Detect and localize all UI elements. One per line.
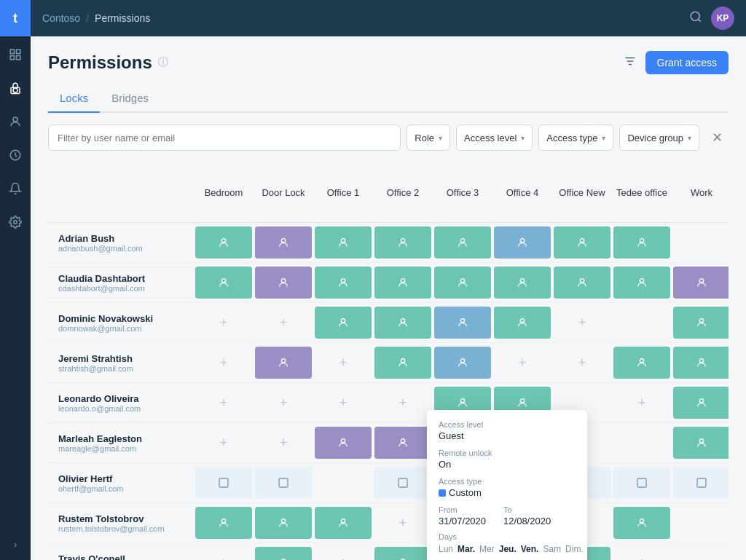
- access-type-dropdown[interactable]: Access type ▾: [538, 125, 613, 151]
- permission-cell[interactable]: [313, 223, 373, 263]
- permission-cell[interactable]: [194, 263, 254, 303]
- permission-cell[interactable]: [492, 263, 552, 303]
- permission-cell[interactable]: +: [254, 303, 313, 343]
- permission-cell[interactable]: +: [194, 423, 254, 463]
- permission-cell[interactable]: [254, 463, 313, 503]
- permission-cell[interactable]: [433, 343, 492, 383]
- sidebar-item-activity[interactable]: [0, 140, 31, 170]
- permission-cell[interactable]: [313, 463, 373, 503]
- permission-cell[interactable]: +: [254, 423, 313, 463]
- permission-cell[interactable]: [672, 343, 729, 383]
- permission-cell[interactable]: [672, 423, 729, 463]
- permission-cell[interactable]: [612, 303, 672, 343]
- permission-cell[interactable]: [433, 263, 492, 303]
- permission-cell[interactable]: [373, 303, 433, 343]
- sidebar-item-home[interactable]: [0, 39, 31, 70]
- permission-cell[interactable]: [313, 423, 373, 463]
- access-level-dropdown[interactable]: Access level ▾: [456, 125, 533, 151]
- permission-cell[interactable]: [612, 503, 672, 543]
- user-avatar[interactable]: KP: [711, 7, 734, 30]
- permission-cell[interactable]: +: [313, 383, 373, 423]
- permission-cell[interactable]: [313, 263, 373, 303]
- company-name: Contoso: [42, 12, 80, 24]
- permission-cell[interactable]: [672, 503, 729, 543]
- permission-cell[interactable]: [254, 343, 313, 383]
- permission-cell[interactable]: [373, 343, 433, 383]
- permission-cell[interactable]: [492, 223, 552, 263]
- sidebar-expand-btn[interactable]: ›: [0, 529, 31, 560]
- permission-cell[interactable]: +: [194, 383, 254, 423]
- filter-icon[interactable]: [624, 55, 637, 71]
- tab-locks[interactable]: Locks: [48, 86, 100, 113]
- grant-access-button[interactable]: Grant access: [645, 51, 729, 74]
- permission-cell[interactable]: +: [552, 343, 612, 383]
- permission-cell[interactable]: +: [194, 543, 254, 561]
- permission-cell[interactable]: [552, 263, 612, 303]
- permission-cell[interactable]: +: [373, 383, 433, 423]
- permission-cell[interactable]: [194, 223, 254, 263]
- permission-cell[interactable]: +: [194, 343, 254, 383]
- svg-point-30: [520, 319, 524, 323]
- topnav-right: KP: [689, 7, 734, 30]
- permission-cell[interactable]: [313, 503, 373, 543]
- tooltip-to-label: To: [503, 505, 551, 514]
- permission-cell[interactable]: +: [492, 343, 552, 383]
- user-email: ohertf@gmail.com: [58, 484, 184, 493]
- permission-cell[interactable]: [254, 263, 313, 303]
- permission-cell[interactable]: +: [254, 383, 313, 423]
- permission-cell[interactable]: [612, 223, 672, 263]
- device-group-dropdown[interactable]: Device group ▾: [619, 125, 699, 151]
- permission-cell[interactable]: [672, 383, 729, 423]
- permission-cell[interactable]: [433, 303, 492, 343]
- permission-cell[interactable]: [552, 223, 612, 263]
- sidebar-item-users[interactable]: [0, 106, 31, 137]
- page-content: Permissions ⓘ Grant access Locks Bridges…: [31, 36, 746, 560]
- permission-cell[interactable]: [194, 503, 254, 543]
- permission-cell[interactable]: +: [552, 303, 612, 343]
- permission-cell[interactable]: [254, 543, 313, 561]
- svg-point-12: [341, 239, 345, 242]
- permission-cell[interactable]: [373, 223, 433, 263]
- permission-cell[interactable]: [194, 463, 254, 503]
- permission-cell[interactable]: [313, 303, 373, 343]
- permission-cell[interactable]: +: [612, 383, 672, 423]
- close-filters-button[interactable]: ✕: [705, 126, 729, 149]
- tooltip-access-level-value: Guest: [439, 430, 576, 441]
- permission-cell[interactable]: +: [194, 303, 254, 343]
- svg-point-51: [341, 519, 345, 523]
- permission-cell[interactable]: +: [313, 343, 373, 383]
- svg-point-11: [281, 239, 285, 242]
- permission-cell[interactable]: [492, 303, 552, 343]
- permission-cell[interactable]: [254, 503, 313, 543]
- permission-cell[interactable]: [433, 223, 492, 263]
- day-label: Mer: [479, 544, 495, 554]
- permission-cell[interactable]: [672, 263, 729, 303]
- sidebar-item-notifications[interactable]: [0, 173, 31, 204]
- permission-cell[interactable]: +: [373, 503, 433, 543]
- permission-cell[interactable]: [612, 343, 672, 383]
- table-row: Travis O'conelltoconell@gmail.com+++: [48, 543, 729, 561]
- search-input[interactable]: [48, 125, 401, 151]
- permission-cell[interactable]: [373, 263, 433, 303]
- role-dropdown[interactable]: Role ▾: [407, 125, 450, 151]
- permission-cell[interactable]: [612, 423, 672, 463]
- permission-cell[interactable]: [612, 263, 672, 303]
- permission-cell[interactable]: +: [313, 543, 373, 561]
- sidebar-item-locks[interactable]: [0, 73, 31, 103]
- svg-point-6: [13, 117, 17, 122]
- permission-cell[interactable]: [254, 223, 313, 263]
- permission-cell[interactable]: [373, 423, 433, 463]
- search-icon[interactable]: [689, 10, 702, 27]
- permission-cell[interactable]: [373, 543, 433, 561]
- permission-cell[interactable]: [672, 303, 729, 343]
- permission-cell[interactable]: [672, 543, 729, 561]
- permission-cell[interactable]: [612, 463, 672, 503]
- permission-cell[interactable]: +: [612, 543, 672, 561]
- permission-cell[interactable]: [672, 223, 729, 263]
- tab-bridges[interactable]: Bridges: [100, 86, 160, 113]
- sidebar-item-settings[interactable]: [0, 207, 31, 237]
- breadcrumb-page: Permissions: [95, 12, 150, 24]
- permission-cell[interactable]: [373, 463, 433, 503]
- permission-cell[interactable]: [672, 463, 729, 503]
- info-icon[interactable]: ⓘ: [158, 56, 168, 69]
